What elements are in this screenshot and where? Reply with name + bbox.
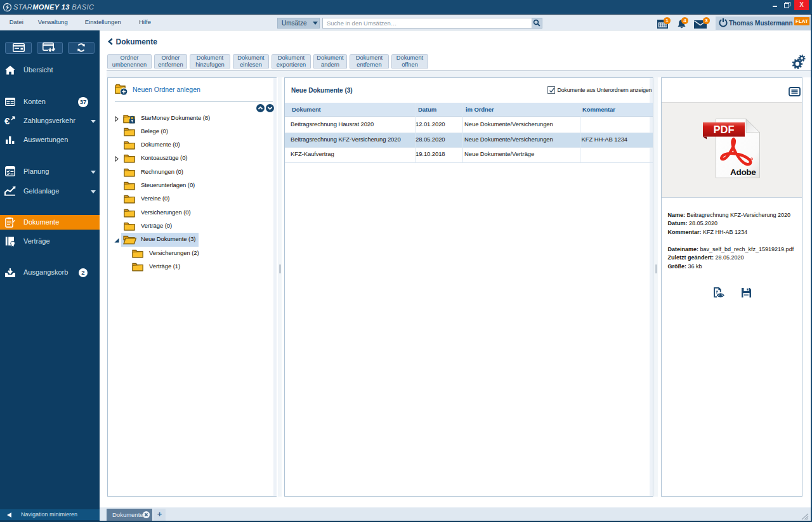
svg-text:€: € bbox=[4, 115, 10, 126]
svg-text:Adobe: Adobe bbox=[730, 167, 756, 177]
svg-text:PDF: PDF bbox=[714, 124, 735, 135]
